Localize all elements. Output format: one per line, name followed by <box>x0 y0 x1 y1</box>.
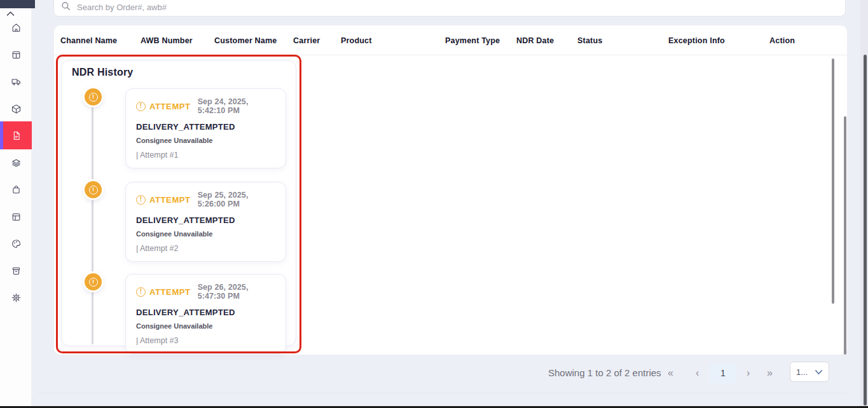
alert-circle-icon: ! <box>136 195 146 205</box>
sidebar-item-orders[interactable] <box>0 41 32 69</box>
attempt-badge: ATTEMPT <box>149 287 191 297</box>
column-header-status: Status <box>577 36 602 45</box>
current-page-button[interactable]: 1 <box>710 363 736 383</box>
timeline-node: ! <box>85 181 102 198</box>
timeline-node: ! <box>85 273 102 290</box>
ndr-attempt-card: ! ATTEMPT Sep 25, 2025, 5:26:00 PM DELIV… <box>125 182 286 262</box>
alert-circle-icon: ! <box>89 186 98 194</box>
column-header-payment-type: Payment Type <box>445 36 500 45</box>
truck-icon <box>11 76 22 87</box>
page-size-select[interactable]: 1... <box>790 362 829 382</box>
attempt-card-header: ! ATTEMPT Sep 24, 2025, 5:42:10 PM <box>136 97 275 115</box>
attempt-status: DELIVERY_ATTEMPTED <box>136 122 275 132</box>
alert-circle-icon: ! <box>136 102 146 111</box>
panel-vertical-scrollbar[interactable] <box>844 116 846 355</box>
search-icon <box>61 1 71 11</box>
column-header-ndr-date: NDR Date <box>516 36 554 45</box>
attempt-reason: Consignee Unavailable <box>136 322 275 330</box>
previous-page-button[interactable]: ‹ <box>696 367 699 379</box>
attempt-reason: Consignee Unavailable <box>136 230 275 238</box>
alert-circle-icon: ! <box>89 278 98 287</box>
table-header-row: Channel Name AWB Number Customer Name Ca… <box>54 25 847 55</box>
home-icon <box>11 22 22 33</box>
column-header-product: Product <box>341 36 372 45</box>
first-page-button[interactable]: « <box>668 367 673 379</box>
sidebar-item-ndr[interactable] <box>0 121 32 149</box>
layout-board-icon <box>11 212 22 222</box>
window-scrollbar-thumb[interactable] <box>864 55 867 405</box>
timeline-node: ! <box>85 88 102 105</box>
inner-vertical-scrollbar[interactable] <box>832 58 834 304</box>
logo-block <box>0 0 35 8</box>
sidebar <box>0 8 32 408</box>
attempt-status: DELIVERY_ATTEMPTED <box>136 308 275 317</box>
attempt-badge: ATTEMPT <box>149 102 191 111</box>
bag-icon <box>11 184 22 195</box>
footer-divider <box>38 393 847 393</box>
attempt-number: | Attempt #2 <box>136 244 275 253</box>
column-header-carrier: Carrier <box>293 36 320 45</box>
column-header-action: Action <box>769 36 795 45</box>
alert-circle-icon: ! <box>136 287 146 297</box>
page-size-value: 1... <box>796 367 808 377</box>
search-bar <box>53 0 846 17</box>
document-icon <box>11 130 22 141</box>
archive-box-icon <box>11 266 22 276</box>
next-page-button[interactable]: › <box>747 367 750 379</box>
attempt-status: DELIVERY_ATTEMPTED <box>136 215 275 225</box>
chevron-down-icon <box>815 369 823 376</box>
settings-gear-icon <box>11 292 22 303</box>
sidebar-item-settings[interactable] <box>0 283 32 311</box>
layers-icon <box>11 158 22 168</box>
last-page-button[interactable]: » <box>767 367 773 379</box>
palette-icon <box>11 238 22 249</box>
ndr-attempt-card: ! ATTEMPT Sep 24, 2025, 5:42:10 PM DELIV… <box>125 88 286 168</box>
pagination-summary: Showing 1 to 2 of 2 entries <box>548 367 661 378</box>
attempt-reason: Consignee Unavailable <box>136 137 275 144</box>
sidebar-item-archive[interactable] <box>0 257 32 285</box>
ndr-attempt-card: ! ATTEMPT Sep 26, 2025, 5:47:30 PM DELIV… <box>125 274 286 354</box>
package-box-icon <box>11 104 22 114</box>
orders-window-icon <box>11 50 22 60</box>
alert-circle-icon: ! <box>89 93 98 102</box>
attempt-card-header: ! ATTEMPT Sep 26, 2025, 5:47:30 PM <box>136 283 275 301</box>
sidebar-item-layers[interactable] <box>0 149 32 177</box>
attempt-card-header: ! ATTEMPT Sep 25, 2025, 5:26:00 PM <box>136 191 275 208</box>
attempt-timestamp: Sep 24, 2025, 5:42:10 PM <box>198 97 275 115</box>
sidebar-item-bag[interactable] <box>0 175 32 203</box>
column-header-customer-name: Customer Name <box>214 36 277 45</box>
attempt-number: | Attempt #1 <box>136 151 275 160</box>
timeline-line <box>92 102 93 344</box>
column-header-exception-info: Exception Info <box>668 36 725 45</box>
sidebar-item-home[interactable] <box>0 13 32 41</box>
current-page-label: 1 <box>720 368 726 378</box>
attempt-badge: ATTEMPT <box>149 195 191 205</box>
ndr-history-title: NDR History <box>72 67 133 78</box>
column-header-awb-number: AWB Number <box>141 36 193 45</box>
sidebar-item-appearance[interactable] <box>0 229 32 257</box>
sidebar-item-board[interactable] <box>0 203 32 231</box>
attempt-number: | Attempt #3 <box>136 336 275 345</box>
sidebar-item-shipments[interactable] <box>0 67 32 95</box>
column-header-channel-name: Channel Name <box>60 36 117 45</box>
search-input[interactable] <box>77 0 827 15</box>
sidebar-item-packages[interactable] <box>0 95 32 123</box>
attempt-timestamp: Sep 25, 2025, 5:26:00 PM <box>198 191 275 208</box>
attempt-timestamp: Sep 26, 2025, 5:47:30 PM <box>198 283 275 301</box>
